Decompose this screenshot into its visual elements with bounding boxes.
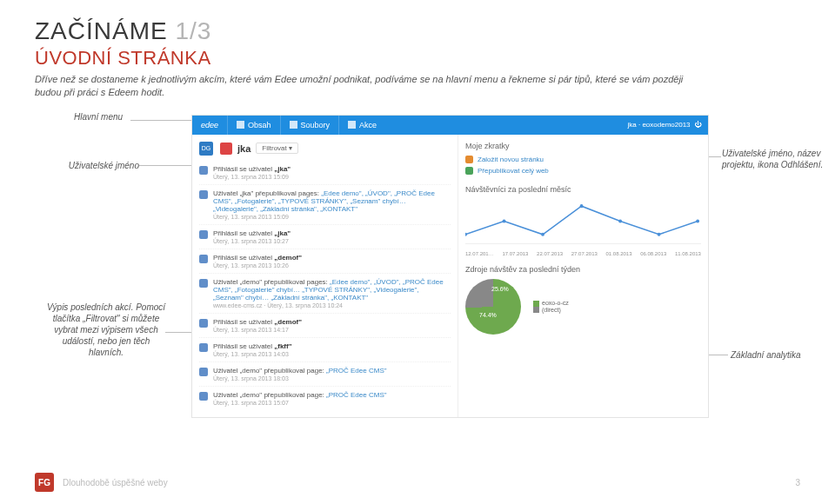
sources-pie: 74.4% 25.6% xyxy=(465,279,521,335)
xlabel: 22.07.2013 xyxy=(537,251,563,256)
xlabel: 27.07.2013 xyxy=(571,251,598,256)
svg-point-0 xyxy=(465,232,467,235)
svg-point-1 xyxy=(503,219,506,222)
event-icon xyxy=(199,166,208,175)
event-item: Uživatel „demo" přepublikoval page: „PRO… xyxy=(199,386,451,410)
app-screenshot: edee Obsah Soubory Akce jka · eoxodemo20… xyxy=(191,115,709,418)
shortcut-icon xyxy=(465,167,473,175)
event-icon xyxy=(199,255,208,263)
event-meta: www.edee-cms.cz · Úterý, 13. srpna 2013 … xyxy=(213,302,451,308)
filter-button[interactable]: Filtrovat ▾ xyxy=(256,143,298,154)
pie-slice-label-1: 74.4% xyxy=(479,312,497,318)
event-title: Přihlásil se uživatel „jka" xyxy=(213,229,451,237)
visits-chart xyxy=(465,199,701,244)
event-item: Přihlásil se uživatel „jka"Úterý, 13. sr… xyxy=(199,161,451,184)
svg-point-3 xyxy=(580,204,584,208)
shortcut-item[interactable]: Přepublikovat celý web xyxy=(465,165,701,176)
callout-username: Uživatelské jméno xyxy=(61,160,139,171)
callout-line xyxy=(709,355,728,355)
nav-userinfo[interactable]: jka · eoxodemo2013 ⏻ xyxy=(620,121,708,129)
event-item: Uživatel „jka" přepublikoval pages: „Ede… xyxy=(199,184,451,224)
event-meta: Úterý, 13. srpna 2013 18:03 xyxy=(213,375,451,381)
callout-line xyxy=(139,165,191,166)
sources-legend: eoxo-o-cz(direct) xyxy=(533,300,569,313)
nav-label: Akce xyxy=(359,121,377,129)
footer-text: Dlouhodobě úspěšné weby xyxy=(63,478,168,487)
callout-line xyxy=(165,332,191,333)
svg-point-4 xyxy=(618,219,622,222)
xlabel: 17.07.2013 xyxy=(502,251,528,256)
event-item: Přihlásil se uživatel „fkff"Úterý, 13. s… xyxy=(199,337,451,361)
nav-item-obsah[interactable]: Obsah xyxy=(227,116,280,135)
user-badge-2 xyxy=(220,143,232,155)
footer-page-number: 3 xyxy=(795,478,800,487)
event-item: Přihlásil se uživatel „demof"Úterý, 13. … xyxy=(199,313,451,337)
event-title: Uživatel „jka" přepublikoval pages: „Ede… xyxy=(213,189,451,213)
folder-icon xyxy=(290,121,297,129)
event-title: Přihlásil se uživatel „demof" xyxy=(213,318,451,326)
event-title: Přihlásil se uživatel „demof" xyxy=(213,254,451,262)
nav-item-soubory[interactable]: Soubory xyxy=(280,116,339,135)
event-icon xyxy=(199,279,208,288)
shortcuts-heading: Moje zkratky xyxy=(465,142,701,150)
doc-icon xyxy=(237,121,244,129)
app-logo: edee xyxy=(192,121,227,129)
nav-project: eoxodemo2013 xyxy=(642,121,690,129)
event-meta: Úterý, 13. srpna 2013 10:27 xyxy=(213,238,451,244)
chart-xlabels: 12.07.201…17.07.201322.07.201327.07.2013… xyxy=(465,251,701,256)
event-icon xyxy=(199,190,208,199)
callout-line xyxy=(130,120,191,121)
event-item: Uživatel „demo" přepublikoval pages: „Ed… xyxy=(199,273,451,313)
intro-paragraph: Dříve než se dostaneme k jednotlivým akc… xyxy=(35,73,696,99)
event-title: Přihlásil se uživatel „jka" xyxy=(213,165,451,173)
event-item: Přihlásil se uživatel „demof"Úterý, 13. … xyxy=(199,249,451,273)
svg-point-6 xyxy=(696,219,699,222)
callout-main-menu: Hlavní menu xyxy=(74,111,123,123)
shortcut-icon xyxy=(465,156,473,163)
user-badge: DG xyxy=(199,142,213,156)
xlabel: 01.08.2013 xyxy=(605,251,631,256)
event-icon xyxy=(199,230,208,239)
title-fraction: 1/3 xyxy=(175,17,211,44)
svg-point-2 xyxy=(541,232,544,235)
event-meta: Úterý, 13. srpna 2013 15:09 xyxy=(213,174,451,180)
event-icon xyxy=(199,392,208,401)
events-list: Přihlásil se uživatel „jka"Úterý, 13. sr… xyxy=(199,161,451,410)
callout-analytics: Základní analytika xyxy=(731,349,826,361)
bolt-icon xyxy=(348,121,356,129)
nav-item-akce[interactable]: Akce xyxy=(338,116,385,135)
event-icon xyxy=(199,319,208,328)
title-main: ZAČÍNÁME xyxy=(35,17,168,44)
svg-point-5 xyxy=(658,232,661,235)
nav-label: Obsah xyxy=(248,121,271,129)
event-item: Přihlásil se uživatel „jka"Úterý, 13. sr… xyxy=(199,224,451,249)
shortcuts-list: Založit novou stránkuPřepublikovat celý … xyxy=(465,154,701,176)
event-title: Přihlásil se uživatel „fkff" xyxy=(213,342,451,350)
shortcut-item[interactable]: Založit novou stránku xyxy=(465,154,701,165)
event-meta: Úterý, 13. srpna 2013 15:07 xyxy=(213,400,451,406)
callout-userinfo: Uživatelské jméno, název projektu, ikona… xyxy=(722,148,826,170)
event-meta: Úterý, 13. srpna 2013 14:17 xyxy=(213,327,451,333)
footer-logo: FG xyxy=(35,473,54,492)
xlabel: 11.08.2013 xyxy=(675,251,701,256)
pie-slice-label-2: 25.6% xyxy=(491,286,509,292)
callout-line xyxy=(709,156,721,157)
visits-heading: Návštěvníci za poslední měsíc xyxy=(465,185,701,194)
event-item: Uživatel „demo" přepublikoval page: „PRO… xyxy=(199,361,451,386)
event-title: Uživatel „demo" přepublikoval pages: „Ed… xyxy=(213,278,451,302)
main-menu-bar: edee Obsah Soubory Akce jka · eoxodemo20… xyxy=(192,116,708,135)
legend-item: (direct) xyxy=(533,307,569,314)
callout-events: Výpis posledních akcí. Pomocí tlačítka „… xyxy=(45,302,167,358)
event-title: Uživatel „demo" přepublikoval page: „PRO… xyxy=(213,391,451,399)
event-icon xyxy=(199,368,208,376)
sources-heading: Zdroje návštěv za poslední týden xyxy=(465,265,701,274)
event-title: Uživatel „demo" přepublikoval page: „PRO… xyxy=(213,367,451,375)
current-username: jka xyxy=(237,143,250,154)
nav-label: Soubory xyxy=(301,121,331,129)
xlabel: 06.08.2013 xyxy=(640,251,666,256)
page-title: ZAČÍNÁME 1/3 xyxy=(35,17,800,45)
event-meta: Úterý, 13. srpna 2013 15:09 xyxy=(213,214,451,220)
event-meta: Úterý, 13. srpna 2013 14:03 xyxy=(213,351,451,357)
nav-user: jka xyxy=(627,121,636,129)
event-meta: Úterý, 13. srpna 2013 10:26 xyxy=(213,262,451,269)
